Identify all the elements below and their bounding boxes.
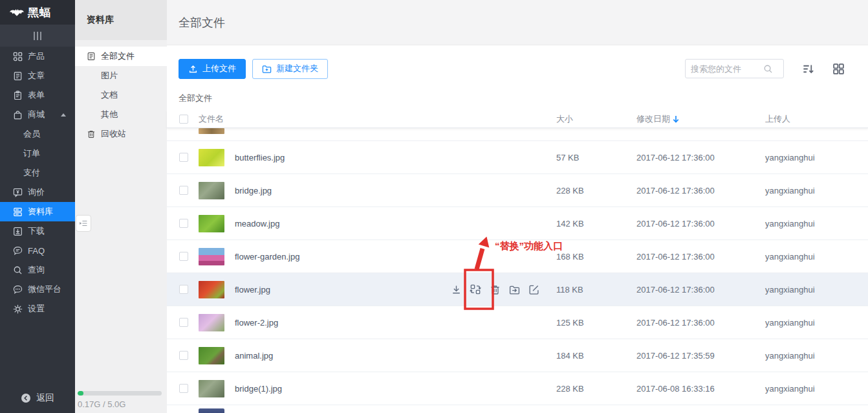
row-checkbox[interactable] xyxy=(179,153,188,162)
panel-collapse-button[interactable] xyxy=(76,215,91,232)
table-row[interactable]: animal.jpg 184 KB 2017-06-12 17:35:59 ya… xyxy=(167,339,868,372)
file-modified: 2017-06-12 17:36:00 xyxy=(636,186,765,195)
article-icon xyxy=(13,71,23,81)
toolbar: 上传文件 新建文件夹 xyxy=(179,58,845,79)
sidebar-item-articles[interactable]: 文章 xyxy=(0,66,75,85)
sidebar-item-settings[interactable]: 设置 xyxy=(0,299,75,318)
bat-logo-icon xyxy=(9,8,25,17)
storage-label: 0.17G / 5.0G xyxy=(78,399,162,409)
sidebar-item-download[interactable]: 下载 xyxy=(0,221,75,241)
replace-icon[interactable] xyxy=(470,284,481,295)
table-row[interactable]: flower-2.jpg 125 KB 2017-06-12 17:36:00 … xyxy=(167,306,868,339)
file-uploader: yangxianghui xyxy=(765,351,868,361)
back-button[interactable]: 返回 xyxy=(0,388,75,408)
sort-desc-arrow-icon xyxy=(673,115,679,123)
file-thumbnail xyxy=(199,380,224,397)
sidebar-item-forms[interactable]: 表单 xyxy=(0,85,75,105)
sidebar-nav: 产品 文章 表单 商城 会员 订单 支付 询价 资料库 下载 FAQ 查询 微信… xyxy=(0,47,75,318)
trash-icon xyxy=(87,129,96,139)
move-to-folder-icon[interactable] xyxy=(508,284,520,295)
search-icon xyxy=(13,265,23,275)
sidebar-item-inquiry[interactable]: 询价 xyxy=(0,183,75,202)
row-checkbox[interactable] xyxy=(179,285,188,294)
row-checkbox[interactable] xyxy=(179,384,188,393)
row-checkbox[interactable] xyxy=(179,318,188,327)
table-row-partial[interactable] xyxy=(167,408,868,413)
file-uploader: yangxianghui xyxy=(765,153,868,162)
column-header-size: 大小 xyxy=(556,113,636,125)
row-checkbox[interactable] xyxy=(179,252,188,261)
sort-order-icon[interactable] xyxy=(802,63,814,75)
sidebar-item-faq[interactable]: FAQ xyxy=(0,241,75,260)
table-row[interactable]: meadow.jpg 142 KB 2017-06-12 17:36:00 ya… xyxy=(167,207,868,240)
file-size: 142 KB xyxy=(556,219,636,229)
file-modified: 2017-06-12 17:36:00 xyxy=(636,318,765,328)
file-modified: 2017-06-12 17:36:00 xyxy=(636,153,765,162)
panel-item-documents[interactable]: 文档 xyxy=(75,85,167,105)
edit-icon[interactable] xyxy=(528,284,539,295)
caret-up-icon xyxy=(61,113,66,117)
table-row-hovered[interactable]: flower.jpg 118 KB 2017-06-12 17:36:00 ya… xyxy=(167,273,868,306)
upload-file-button[interactable]: 上传文件 xyxy=(179,59,246,79)
file-uploader: yangxianghui xyxy=(765,285,868,295)
library-cards-icon xyxy=(13,207,23,217)
search-icon[interactable] xyxy=(763,64,773,74)
file-thumbnail xyxy=(199,347,224,364)
file-thumbnail xyxy=(199,149,224,166)
panel-item-others[interactable]: 其他 xyxy=(75,105,167,124)
delete-icon[interactable] xyxy=(489,284,501,295)
file-thumbnail xyxy=(199,281,224,298)
select-all-checkbox[interactable] xyxy=(179,115,188,124)
file-name: flower.jpg xyxy=(235,285,270,295)
sidebar-item-members[interactable]: 会员 xyxy=(0,124,75,144)
search-input[interactable] xyxy=(691,64,763,74)
panel-item-images[interactable]: 图片 xyxy=(75,66,167,85)
sidebar-item-wechat[interactable]: 微信平台 xyxy=(0,280,75,299)
page-header: 全部文件 xyxy=(167,0,868,45)
sidebar-item-query[interactable]: 查询 xyxy=(0,260,75,280)
sidebar-item-library[interactable]: 资料库 xyxy=(0,202,75,221)
table-row[interactable]: butterflies.jpg 57 KB 2017-06-12 17:36:0… xyxy=(167,141,868,174)
panel-item-recycle-bin[interactable]: 回收站 xyxy=(75,124,167,144)
table-row[interactable]: bridge(1).jpg 228 KB 2017-06-08 16:33:16… xyxy=(167,372,868,405)
grid-view-icon[interactable] xyxy=(832,63,845,75)
column-header-modified[interactable]: 修改日期 xyxy=(636,113,765,125)
page-title: 全部文件 xyxy=(179,15,225,30)
storage-bar-track xyxy=(78,391,162,396)
table-row[interactable]: flower-garden.jpg 168 KB 2017-06-12 17:3… xyxy=(167,240,868,273)
panel-item-all-files[interactable]: 全部文件 xyxy=(75,47,167,66)
upload-icon xyxy=(188,64,198,74)
file-thumbnail xyxy=(199,182,224,199)
sidebar-item-products[interactable]: 产品 xyxy=(0,47,75,66)
row-checkbox[interactable] xyxy=(179,351,188,360)
file-thumbnail xyxy=(199,408,224,413)
sidebar-item-orders[interactable]: 订单 xyxy=(0,144,75,163)
file-name: flower-garden.jpg xyxy=(235,252,299,262)
table-header: 文件名 大小 修改日期 上传人 xyxy=(167,110,868,128)
file-uploader: yangxianghui xyxy=(765,186,868,195)
file-name: bridge(1).jpg xyxy=(235,384,282,394)
download-icon[interactable] xyxy=(450,284,462,295)
table-row-partial[interactable] xyxy=(167,128,868,141)
row-checkbox[interactable] xyxy=(179,219,188,228)
new-folder-button[interactable]: 新建文件夹 xyxy=(252,59,328,79)
row-actions xyxy=(450,284,539,295)
file-name: flower-2.jpg xyxy=(235,318,278,328)
faq-bubble-icon xyxy=(13,246,23,256)
download-box-icon xyxy=(13,227,23,236)
sidebar-item-mall[interactable]: 商城 xyxy=(0,105,75,124)
app-logo: 黑蝠 xyxy=(0,0,75,25)
file-thumbnail xyxy=(199,248,224,265)
file-modified: 2017-06-12 17:36:00 xyxy=(636,285,765,295)
table-row[interactable]: bridge.jpg 228 KB 2017-06-12 17:36:00 ya… xyxy=(167,174,868,207)
storage-bar-fill xyxy=(78,391,83,396)
file-name: bridge.jpg xyxy=(235,186,272,195)
row-checkbox[interactable] xyxy=(179,186,188,195)
file-size: 118 KB xyxy=(556,285,636,295)
file-name: meadow.jpg xyxy=(235,219,279,229)
file-thumbnail xyxy=(199,215,224,232)
wechat-bubble-icon xyxy=(13,285,23,295)
sidebar-item-payment[interactable]: 支付 xyxy=(0,163,75,183)
storage-usage: 0.17G / 5.0G xyxy=(78,391,162,409)
sidebar-collapse-handle[interactable] xyxy=(0,25,75,47)
